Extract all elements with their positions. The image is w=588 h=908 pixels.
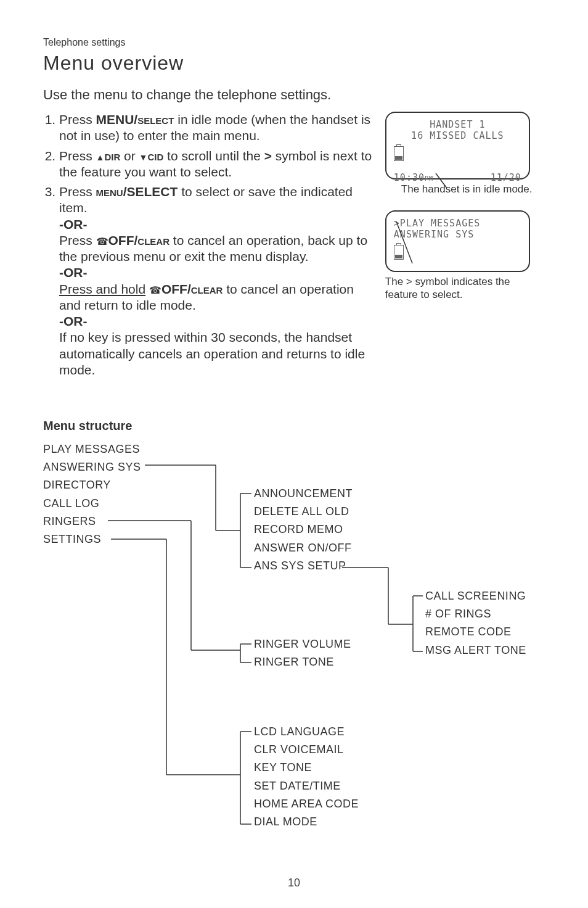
tree-item: DIRECTORY <box>43 477 141 493</box>
lcd-screen-idle: HANDSET 1 16 MISSED CALLS 10:30PM 11/20 <box>385 112 530 180</box>
tree-settings-col: LCD LANGUAGECLR VOICEMAILKEY TONESET DAT… <box>254 724 359 832</box>
key-dir: dir <box>104 149 120 163</box>
text-underline: Press and hold <box>59 282 145 296</box>
tree-item: REMOTE CODE <box>425 624 526 640</box>
text: Press <box>59 149 96 163</box>
key-clear: clear <box>137 233 169 247</box>
lcd-line: >PLAY MESSAGES <box>394 218 521 229</box>
tree-item: ANS SYS SETUP <box>254 558 353 574</box>
menu-structure-heading: Menu structure <box>43 419 545 433</box>
key-cid: cid <box>147 149 163 163</box>
tree-setup-col: CALL SCREENING# OF RINGSREMOTE CODEMSG A… <box>425 588 526 661</box>
key-clear: clear <box>191 282 223 296</box>
tree-item: PLAY MESSAGES <box>43 442 141 457</box>
or-divider: -OR- <box>59 217 374 233</box>
instruction-steps: Press MENU/select in idle mode (when the… <box>43 112 374 382</box>
text: Press <box>59 233 96 247</box>
page-number: 10 <box>0 877 588 889</box>
handset-icon <box>96 233 108 247</box>
text: or <box>120 149 139 163</box>
tree-item: RECORD MEMO <box>254 522 353 537</box>
side-illustrations: HANDSET 1 16 MISSED CALLS 10:30PM 11/20 … <box>385 112 545 382</box>
text: If no key is pressed within 30 seconds, … <box>59 330 365 377</box>
tree-item: HOME AREA CODE <box>254 796 359 812</box>
tree-item: CALL LOG <box>43 496 141 511</box>
section-label: Telephone settings <box>43 37 545 48</box>
or-divider: -OR- <box>59 313 374 329</box>
lcd-caption: The handset is in idle mode. <box>401 183 545 196</box>
tree-answering-col: ANNOUNCEMENTDELETE ALL OLDRECORD MEMOANS… <box>254 486 353 576</box>
tree-item: ANNOUNCEMENT <box>254 486 353 501</box>
key-select: /SELECT <box>123 184 178 199</box>
tree-item: LCD LANGUAGE <box>254 724 359 740</box>
tree-item: ANSWER ON/OFF <box>254 540 353 556</box>
lcd-time: 10:30 <box>394 172 425 183</box>
callout-line <box>436 173 454 192</box>
text: to scroll until the <box>163 149 264 163</box>
tree-item: RINGERS <box>43 514 141 529</box>
text: Press <box>59 184 96 199</box>
step-2: Press dir or cid to scroll until the > s… <box>59 148 374 181</box>
tree-item: SET DATE/TIME <box>254 778 359 794</box>
tree-item: KEY TONE <box>254 760 359 775</box>
lcd-line: 16 MISSED CALLS <box>394 130 521 141</box>
text: Press <box>59 112 96 126</box>
up-arrow-icon <box>96 149 105 163</box>
key-select: select <box>137 112 174 126</box>
battery-icon <box>394 146 404 161</box>
down-arrow-icon <box>139 149 148 163</box>
tree-item: CLR VOICEMAIL <box>254 742 359 757</box>
gt-symbol: > <box>264 149 272 163</box>
tree-item: DELETE ALL OLD <box>254 504 353 519</box>
intro-text: Use the menu to change the telephone set… <box>43 87 545 103</box>
key-off: OFF/ <box>161 282 191 296</box>
page-title: Menu overview <box>43 52 545 75</box>
lcd-line: HANDSET 1 <box>394 119 521 130</box>
step-1: Press MENU/select in idle mode (when the… <box>59 112 374 144</box>
key-menu: MENU/ <box>96 112 138 126</box>
tree-item: CALL SCREENING <box>425 588 526 604</box>
svg-line-0 <box>436 173 447 188</box>
tree-item: SETTINGS <box>43 532 141 547</box>
tree-root-col: PLAY MESSAGESANSWERING SYSDIRECTORYCALL … <box>43 442 141 550</box>
tree-item: # OF RINGS <box>425 606 526 622</box>
or-divider: -OR- <box>59 265 374 281</box>
handset-icon <box>149 282 161 296</box>
tree-item: DIAL MODE <box>254 814 359 830</box>
tree-item: RINGER VOLUME <box>254 637 351 652</box>
step-3: Press menu/SELECT to select or save the … <box>59 184 374 378</box>
menu-tree: PLAY MESSAGESANSWERING SYSDIRECTORYCALL … <box>43 442 545 861</box>
key-menu: menu <box>96 184 123 199</box>
tree-item: MSG ALERT TONE <box>425 643 526 658</box>
lcd-date: 11/20 <box>491 172 521 183</box>
callout-line <box>396 245 421 288</box>
tree-ringers-col: RINGER VOLUMERINGER TONE <box>254 637 351 672</box>
lcd-screen-menu: >PLAY MESSAGES ANSWERING SYS <box>385 210 530 272</box>
lcd-line: ANSWERING SYS <box>394 229 521 240</box>
lcd-pm: PM <box>425 175 433 182</box>
tree-item: RINGER TONE <box>254 654 351 670</box>
tree-item: ANSWERING SYS <box>43 460 141 475</box>
key-off: OFF/ <box>108 233 138 247</box>
